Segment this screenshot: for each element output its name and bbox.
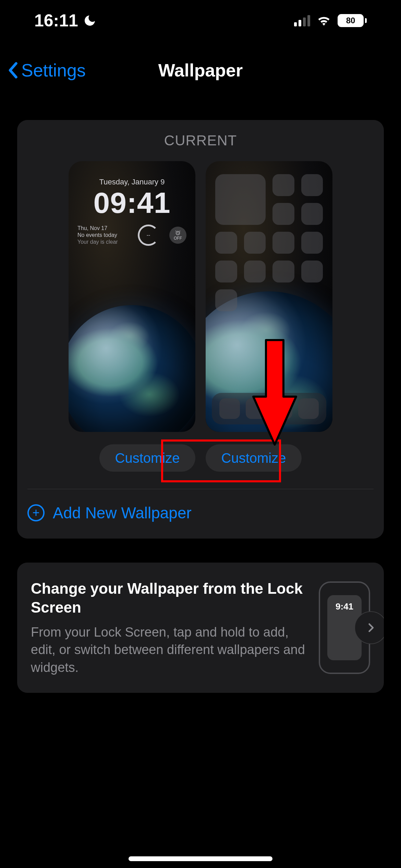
home-indicator[interactable] bbox=[129, 856, 272, 861]
plus-circle-icon: + bbox=[27, 504, 45, 521]
app-placeholder bbox=[215, 261, 237, 282]
home-screen-preview[interactable] bbox=[206, 161, 332, 432]
add-new-wallpaper-button[interactable]: + Add New Wallpaper bbox=[17, 489, 384, 539]
chevron-right-icon bbox=[365, 622, 377, 634]
home-dock bbox=[212, 393, 326, 424]
nav-bar: Settings Wallpaper bbox=[0, 50, 401, 91]
battery-indicator: 80 bbox=[338, 14, 367, 27]
home-app-grid bbox=[215, 174, 323, 311]
app-placeholder bbox=[215, 232, 237, 254]
lock-preview-date: Tuesday, January 9 bbox=[69, 178, 195, 186]
calendar-widget-line2: No events today bbox=[77, 232, 118, 239]
wifi-icon bbox=[316, 13, 331, 28]
battery-percent: 80 bbox=[346, 16, 355, 25]
app-placeholder bbox=[272, 203, 294, 225]
tip-description: From your Lock Screen, tap and hold to a… bbox=[31, 624, 308, 676]
back-button[interactable]: Settings bbox=[8, 60, 86, 81]
alarm-clock-icon bbox=[175, 230, 181, 236]
content: CURRENT Tuesday, January 9 09:41 Thu, No… bbox=[17, 120, 384, 693]
customize-home-button[interactable]: Customize bbox=[206, 444, 302, 472]
do-not-disturb-moon-icon bbox=[83, 14, 97, 27]
earth-wallpaper-image bbox=[69, 305, 195, 432]
dock-app-placeholder bbox=[298, 398, 319, 419]
lock-widgets: Thu, Nov 17 No events today Your day is … bbox=[77, 225, 186, 246]
wallpaper-previews: Tuesday, January 9 09:41 Thu, Nov 17 No … bbox=[17, 161, 384, 432]
tip-next-button[interactable] bbox=[354, 611, 384, 644]
status-time: 16:11 bbox=[34, 11, 78, 31]
tip-text: Change your Wallpaper from the Lock Scre… bbox=[31, 579, 308, 676]
status-bar: 16:11 80 bbox=[0, 0, 401, 41]
activity-ring-widget bbox=[138, 225, 159, 246]
add-new-wallpaper-label: Add New Wallpaper bbox=[53, 504, 192, 522]
dock-app-placeholder bbox=[272, 398, 292, 419]
status-right: 80 bbox=[294, 13, 367, 28]
app-placeholder bbox=[215, 289, 237, 311]
lock-screen-tip-card: Change your Wallpaper from the Lock Scre… bbox=[17, 563, 384, 693]
lock-overlay: Tuesday, January 9 09:41 bbox=[69, 178, 195, 217]
alarm-widget-label: OFF bbox=[174, 236, 182, 241]
widget-placeholder bbox=[215, 174, 266, 225]
customize-lock-button[interactable]: Customize bbox=[99, 444, 195, 472]
app-placeholder bbox=[272, 261, 294, 282]
app-placeholder bbox=[272, 232, 294, 254]
app-placeholder bbox=[301, 174, 323, 196]
status-left: 16:11 bbox=[34, 11, 97, 31]
current-section-header: CURRENT bbox=[17, 132, 384, 149]
calendar-widget: Thu, Nov 17 No events today Your day is … bbox=[77, 225, 118, 245]
lock-preview-time: 09:41 bbox=[69, 188, 195, 217]
cellular-signal-icon bbox=[294, 15, 310, 26]
dock-app-placeholder bbox=[246, 398, 266, 419]
app-placeholder bbox=[301, 261, 323, 282]
app-placeholder bbox=[301, 203, 323, 225]
app-placeholder bbox=[244, 232, 266, 254]
dock-app-placeholder bbox=[219, 398, 240, 419]
chevron-left-icon bbox=[8, 62, 18, 79]
app-placeholder bbox=[301, 232, 323, 254]
customize-row: Customize Customize bbox=[17, 444, 384, 489]
lock-screen-preview[interactable]: Tuesday, January 9 09:41 Thu, Nov 17 No … bbox=[69, 161, 195, 432]
app-placeholder bbox=[244, 261, 266, 282]
customize-lock-label: Customize bbox=[115, 450, 180, 466]
back-label: Settings bbox=[21, 60, 86, 81]
tip-title: Change your Wallpaper from the Lock Scre… bbox=[31, 579, 308, 617]
calendar-widget-line1: Thu, Nov 17 bbox=[77, 225, 118, 232]
page-title: Wallpaper bbox=[158, 60, 243, 81]
current-wallpaper-card: CURRENT Tuesday, January 9 09:41 Thu, No… bbox=[17, 120, 384, 539]
calendar-widget-line3: Your day is clear bbox=[77, 239, 118, 245]
tip-thumbnail-time: 9:41 bbox=[336, 601, 353, 612]
alarm-widget: OFF bbox=[169, 227, 186, 244]
customize-home-label: Customize bbox=[221, 450, 286, 466]
app-placeholder bbox=[272, 174, 294, 196]
